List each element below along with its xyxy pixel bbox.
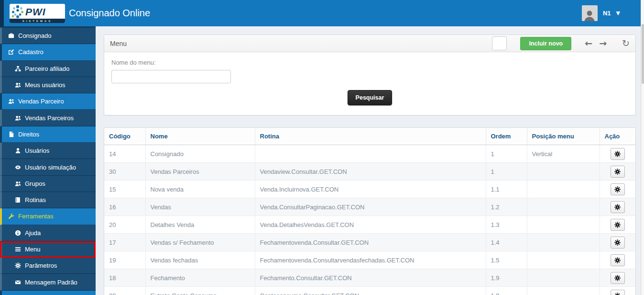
sidebar-item-vendas-parceiros[interactable]: Vendas Parceiros	[0, 110, 96, 126]
users-icon	[14, 180, 21, 187]
column-header-nome: Nome	[145, 128, 255, 145]
pwi-logo-subtext: SISTEMAS	[10, 19, 65, 23]
search-button[interactable]: Pesquisar	[348, 90, 393, 105]
cell-acao	[600, 251, 635, 269]
sidebar-item-partial[interactable]	[0, 291, 96, 295]
cell-posicao	[527, 234, 600, 251]
wrench-icon	[8, 213, 14, 220]
sidebar-item-consignado[interactable]: Consignado	[0, 28, 96, 44]
menu-name-label: Nome do menu:	[111, 59, 628, 66]
sidebar-item-parametros[interactable]: Parâmetros	[0, 258, 96, 274]
users-icon	[8, 98, 14, 105]
table-header-row: CódigoNomeRotinaOrdemPosição menuAção	[104, 128, 635, 145]
sidebar-item-ajuda[interactable]: Ajuda	[0, 225, 96, 241]
row-actions-gear-button[interactable]	[611, 166, 625, 178]
avatar[interactable]	[582, 5, 598, 21]
cell-ordem: 1.9	[486, 287, 527, 295]
sidebar-item-label: Rotinas	[25, 196, 46, 204]
edit-icon	[8, 49, 14, 56]
sitemap-icon	[14, 65, 21, 72]
scrollbar-thumb[interactable]	[642, 24, 644, 84]
cell-ordem: 1	[486, 163, 527, 181]
cell-posicao	[527, 216, 600, 234]
column-header-ordem: Ordem	[486, 128, 527, 145]
table-row: 19Vendas fechadasFechamentovenda.Consult…	[104, 251, 635, 269]
excel-export-button[interactable]: X	[492, 36, 507, 50]
cell-acao	[600, 287, 635, 295]
sidebar-item-label: Mensagem Padrão	[25, 279, 77, 286]
table-row: 20Detalhes VendaVenda.DetalhesVendas.GET…	[104, 216, 635, 234]
cell-acao	[600, 163, 635, 181]
cell-codigo: 15	[104, 181, 145, 198]
sidebar-item-usuarios[interactable]: Usuários	[0, 143, 96, 159]
cell-nome: Consignado	[145, 145, 255, 163]
sidebar-item-label: Vendas Parceiros	[25, 114, 74, 122]
cell-acao	[600, 269, 635, 287]
arrow-left-icon[interactable]: ←	[585, 39, 592, 48]
cell-nome: Fechamento	[145, 269, 255, 287]
include-new-button[interactable]: Incluir novo	[520, 37, 571, 50]
row-actions-gear-button[interactable]	[611, 183, 625, 195]
row-actions-gear-button[interactable]	[611, 272, 625, 284]
table-row: 15Nova vendaVenda.Incluirnova.GET.CON1.1	[104, 181, 635, 198]
search-panel: Menu X Incluir novo ← → ↻ Nome do menu: …	[104, 34, 636, 115]
cell-posicao	[527, 251, 600, 269]
sidebar-item-mensagem-padrao[interactable]: Mensagem Padrão	[0, 274, 96, 290]
cell-codigo: 14	[104, 145, 145, 163]
sidebar-item-cadastro[interactable]: Cadastro	[0, 44, 96, 60]
sidebar-item-vendas-parceiro[interactable]: Vendas Parceiro	[0, 93, 96, 110]
sidebar-item-parceiro-afiliado[interactable]: Parceiro afiliado	[0, 61, 96, 77]
row-actions-gear-button[interactable]	[611, 290, 625, 295]
cell-rotina: Vendaview.Consultar.GET.CON	[255, 163, 486, 181]
cell-codigo: 19	[104, 251, 145, 269]
row-actions-gear-button[interactable]	[611, 219, 625, 231]
table-row: 16VendasVenda.ConsultarPaginacao.GET.CON…	[104, 198, 635, 216]
sidebar-item-usuario-simulacao[interactable]: Usuário simulação	[0, 159, 96, 175]
eye-icon	[14, 164, 21, 170]
cell-ordem: 1	[486, 145, 527, 163]
user-menu[interactable]: N1 ▼	[582, 0, 620, 26]
refresh-icon[interactable]: ↻	[622, 39, 630, 48]
sidebar-item-grupos[interactable]: Grupos	[0, 176, 96, 192]
cell-rotina: Venda.DetalhesVendas.GET.CON	[255, 216, 486, 234]
users-icon	[14, 114, 21, 121]
sidebar-item-direitos[interactable]: Direitos	[0, 126, 96, 143]
row-actions-gear-button[interactable]	[611, 254, 625, 266]
info-circle-icon	[14, 229, 21, 236]
column-header-codigo: Código	[104, 128, 145, 145]
sidebar-item-ferramentas[interactable]: Ferramentas	[0, 208, 96, 225]
cell-acao	[600, 234, 635, 251]
sidebar-nav: Consignado Cadastro Parceiro afiliado Me…	[0, 26, 96, 295]
cell-rotina: Fechamento.Consultar.GET.CON	[255, 269, 486, 287]
top-header-bar: PWI SISTEMAS Consignado Online N1 ▼	[0, 0, 644, 26]
row-actions-gear-button[interactable]	[611, 148, 625, 160]
cell-rotina: Venda.Incluirnova.GET.CON	[255, 181, 486, 198]
sidebar-item-rotinas[interactable]: Rotinas	[0, 192, 96, 208]
panel-title: Menu	[110, 40, 127, 47]
column-header-acao: Ação	[600, 128, 635, 145]
arrow-right-icon[interactable]: →	[599, 39, 607, 48]
row-actions-gear-button[interactable]	[611, 237, 625, 249]
vertical-scrollbar[interactable]	[641, 0, 644, 295]
pwi-logo[interactable]: PWI SISTEMAS	[10, 4, 65, 23]
cell-nome: Nova venda	[145, 181, 255, 198]
cell-posicao: Vertical	[527, 145, 600, 163]
cell-ordem: 1.3	[486, 216, 527, 234]
table-row: 17Vendas s/ FechamentoFechamentovenda.Co…	[104, 234, 635, 251]
cell-rotina: Fechamentovenda.Consultarvendasfechadas.…	[255, 251, 486, 269]
cell-posicao	[527, 269, 600, 287]
sidebar-item-label: Usuários	[25, 147, 49, 154]
users-icon	[14, 82, 21, 89]
sidebar-item-label: Meus usuários	[25, 81, 65, 89]
cell-posicao	[527, 181, 600, 198]
cell-posicao	[527, 287, 600, 295]
cell-posicao	[527, 198, 600, 216]
cell-rotina: Contaconsumo.Consultar.GET.CON	[255, 287, 486, 295]
envelope-icon	[14, 279, 21, 285]
user-name[interactable]: N1	[603, 10, 611, 17]
menu-name-input[interactable]	[111, 70, 231, 83]
row-actions-gear-button[interactable]	[611, 201, 625, 213]
chevron-down-icon[interactable]: ▼	[616, 10, 620, 16]
sidebar-item-menu[interactable]: Menu	[0, 241, 96, 258]
sidebar-item-meus-usuarios[interactable]: Meus usuários	[0, 77, 96, 93]
